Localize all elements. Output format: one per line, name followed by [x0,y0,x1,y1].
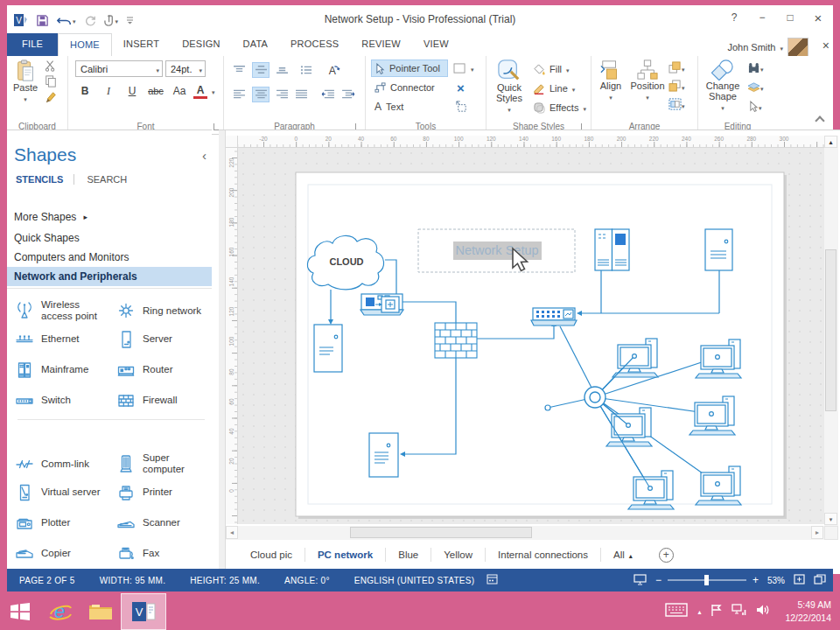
stencil-shape-ethernet[interactable]: Ethernet [12,324,114,354]
stencil-shape-plotter[interactable]: Plotter [12,508,114,538]
file-explorer-icon[interactable] [80,593,121,630]
tab-insert[interactable]: INSERT [112,33,171,56]
italic-button[interactable]: I [99,82,118,100]
firewall-shape[interactable] [435,323,477,358]
status-angle[interactable]: ANGLE: 0° [272,576,342,585]
stencil-shape-super-computer[interactable]: Super computer [114,446,210,481]
mainframe-shape[interactable] [595,229,629,270]
tab-process[interactable]: PROCESS [279,33,350,56]
text-direction-button[interactable]: A [326,64,340,77]
layers-button[interactable] [747,79,764,94]
all-pages-button[interactable]: All [601,548,645,562]
status-height[interactable]: HEIGHT: 25 MM. [178,576,272,585]
change-shape-button[interactable]: Change Shape [700,60,746,112]
vertical-scroll-thumb[interactable] [825,249,836,411]
page-tab-yellow[interactable]: Yellow [431,548,486,562]
shape-style-swatch[interactable] [453,60,474,77]
text-tool-button[interactable]: A Text [371,98,403,116]
status-page[interactable]: PAGE 2 OF 5 [7,576,88,585]
router-shape[interactable] [360,294,403,315]
select-button[interactable] [747,98,764,114]
bring-forward-button[interactable] [668,60,685,75]
format-painter-button[interactable] [44,91,57,103]
server-shape-bottom[interactable] [369,433,398,477]
font-color-button[interactable]: A [193,84,207,99]
horizontal-scroll-thumb[interactable] [350,527,532,538]
zoom-out-icon[interactable]: − [655,574,662,586]
status-width[interactable]: WIDTH: 95 MM. [88,576,178,585]
presentation-mode-icon[interactable] [634,574,647,587]
network-icon[interactable] [732,604,746,620]
tab-stencils[interactable]: STENCILS [16,174,74,185]
pointer-tool-button[interactable]: Pointer Tool [371,60,448,77]
tab-review[interactable]: REVIEW [350,33,412,56]
bold-button[interactable]: B [75,82,94,100]
stencil-section-network-peripherals[interactable]: Network and Peripherals [7,267,212,286]
close-button[interactable] [807,9,830,26]
scroll-left-icon[interactable]: ◂ [226,526,238,539]
page-tab-internal-connections[interactable]: Internal connections [486,548,601,562]
vertical-scrollbar[interactable] [824,136,838,526]
collapse-panel-icon[interactable] [202,148,206,164]
tab-search[interactable]: SEARCH [74,174,127,185]
scroll-right-icon[interactable] [811,526,823,539]
zoom-track[interactable] [668,579,746,581]
clock[interactable]: 5:49 AM 12/22/2014 [780,598,831,625]
maximize-button[interactable] [779,9,802,26]
page-tab-blue[interactable]: Blue [386,548,431,562]
fill-button[interactable]: Fill [534,60,570,78]
delete-button[interactable] [457,79,465,96]
tab-data[interactable]: DATA [232,33,280,56]
stencil-shape-firewall[interactable]: Firewall [114,385,210,416]
switch-windows-icon[interactable] [814,574,826,586]
internet-explorer-icon[interactable]: e [40,593,80,630]
paste-button[interactable]: Paste [10,60,40,103]
avatar[interactable] [788,38,808,57]
zoom-level[interactable]: 53% [767,576,785,585]
copy-button[interactable] [44,75,57,88]
page-tab-cloud-pic[interactable]: Cloud pic [238,548,305,562]
scroll-up-icon[interactable] [824,136,837,148]
touch-keyboard-icon[interactable] [665,603,688,620]
server-shape-left[interactable] [314,325,342,372]
show-hidden-icons[interactable]: ▴ [697,608,701,616]
macro-record-icon[interactable] [486,574,498,586]
stencil-shape-switch[interactable]: Switch [12,385,114,416]
help-button[interactable] [723,9,746,26]
align-center-button[interactable] [252,87,270,102]
stencil-section-computers-monitors[interactable]: Computers and Monitors [7,248,212,267]
underline-button[interactable]: U [122,82,142,100]
zoom-in-icon[interactable]: + [752,574,759,586]
tab-view[interactable]: VIEW [412,33,460,56]
tab-file[interactable]: FILE [7,33,58,56]
horizontal-scrollbar[interactable]: ◂ [226,526,824,540]
fit-page-icon[interactable] [794,574,805,586]
align-right-button[interactable] [276,89,289,100]
more-shapes-item[interactable]: More Shapes [7,207,212,227]
stencil-shape-scanner[interactable]: Scanner [114,508,210,538]
page-tab-pc-network[interactable]: PC network [305,548,386,562]
collapse-ribbon-button[interactable] [816,117,823,124]
minimize-button[interactable] [751,9,774,26]
quick-styles-button[interactable]: Quick Styles [490,59,528,114]
align-bottom-button[interactable] [276,65,289,75]
cut-button[interactable] [44,60,57,72]
start-button[interactable] [0,593,40,630]
account-menu[interactable]: John Smith [727,38,808,57]
rotate-tool-button[interactable] [455,98,468,116]
close-document-button[interactable] [822,38,830,53]
switch-shape[interactable] [531,308,577,326]
stencil-shape-fax[interactable]: Fax [114,538,210,569]
stencil-shape-server[interactable]: Server [114,324,210,354]
tab-design[interactable]: DESIGN [171,33,231,56]
align-left-button[interactable] [233,89,246,100]
stencil-shape-ring-network[interactable]: Ring network [114,293,210,328]
decrease-indent-button[interactable] [321,89,335,100]
stencil-shape-wireless-access-point[interactable]: Wireless access point [12,293,114,328]
effects-button[interactable]: Effects [534,99,586,116]
connector-tool-button[interactable]: Connector [371,79,435,96]
server-shape-right[interactable] [705,229,732,270]
stencil-shape-copier[interactable]: Copier [12,538,114,569]
stencil-shape-virtual-server[interactable]: Virtual server [12,477,114,508]
ring-network-hub[interactable] [584,387,606,408]
